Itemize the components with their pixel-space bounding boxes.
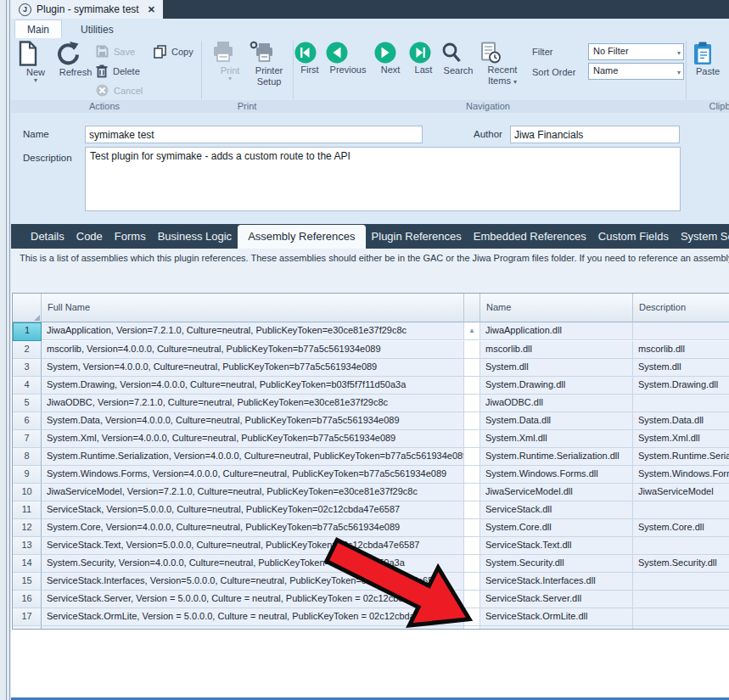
cell-description[interactable]: System.Runtime.Serialization.dll [633,448,729,466]
cell-name[interactable]: System.Drawing.dll [480,377,633,395]
last-button[interactable]: Last [409,42,438,75]
name-input[interactable] [85,126,423,143]
row-number-cell[interactable]: 12 [13,519,42,537]
row-number-cell[interactable]: 9 [13,466,42,484]
cell-name[interactable]: System.dll [480,359,633,377]
row-number-cell[interactable]: 3 [13,359,42,377]
tab-business-logic[interactable]: Business Logic [152,224,238,249]
cell-name[interactable]: System.Security.dll [480,555,633,573]
row-number-cell[interactable]: 18 [13,626,42,630]
cell-full-name[interactable]: JiwaODBC, Version=7.2.1.0, Culture=neutr… [42,395,464,412]
author-input[interactable] [510,126,680,143]
cancel-button[interactable]: Cancel [96,84,143,97]
cell-description[interactable]: System.Windows.Forms.dll [633,466,729,484]
refresh-button[interactable]: Refresh [55,41,96,77]
tab-forms[interactable]: Forms [109,224,152,249]
row-number-cell[interactable]: 6 [13,412,42,430]
cell-name[interactable]: ServiceStack.Server.dll [480,591,633,608]
save-button[interactable]: Save [96,45,135,58]
cell-full-name[interactable]: System.Xml, Version=4.0.0.0, Culture=neu… [42,430,464,448]
tab-details[interactable]: Details [25,224,70,249]
document-tab-plugin[interactable]: J Plugin - symimake test ✕ [11,0,163,19]
row-number-cell[interactable]: 7 [13,430,42,448]
cell-name[interactable]: ServiceStack.OrmLite.dll [480,608,633,626]
cell-full-name[interactable]: ServiceStack, Version=5.0.0.0, Culture=n… [42,501,464,519]
column-header-description[interactable]: Description [633,294,729,322]
cell-name[interactable]: mscorlib.dll [480,341,633,359]
delete-button[interactable]: Delete [96,64,140,78]
cell-description[interactable]: System.Core.dll [633,519,729,537]
row-number-cell[interactable]: 15 [13,573,42,591]
new-button[interactable]: New ▾ [18,41,53,84]
cell-description[interactable] [633,591,729,608]
row-number-cell[interactable]: 13 [13,537,42,555]
row-number-cell[interactable]: 5 [13,395,42,412]
first-button[interactable]: First [294,42,325,75]
assembly-references-grid[interactable]: Full Name Name Description 1 JiwaApplica… [12,293,729,630]
cell-name[interactable]: System.Windows.Forms.dll [480,466,633,484]
cell-full-name[interactable]: ServiceStack.OrmLite, Version = 5.0.0.0,… [42,608,464,626]
sort-order-select[interactable]: Name ▾ [588,63,684,80]
cell-full-name[interactable]: ServiceStack.Server, Version = 5.0.0.0, … [42,591,464,608]
tab-plugin-references[interactable]: Plugin References [366,224,468,249]
column-header-full-name[interactable]: Full Name [42,294,464,322]
cell-description[interactable]: System.Data.dll [633,412,729,430]
row-number-cell[interactable]: 4 [13,377,42,395]
copy-button[interactable]: Copy [154,45,193,59]
previous-button[interactable]: Previous [326,42,370,75]
cell-description[interactable]: System.Security.dll [633,555,729,573]
tab-custom-fields[interactable]: Custom Fields [592,224,675,249]
description-textarea[interactable]: Test plugin for symimake - adds a custom… [85,147,681,211]
cell-full-name[interactable]: ServiceStack.Interfaces, Version=5.0.0.0… [42,573,464,591]
close-icon[interactable]: ✕ [148,4,155,15]
row-number-cell[interactable]: 14 [13,555,42,573]
recent-items-button[interactable]: Recent Items ▾ [480,42,524,86]
row-number-cell[interactable]: 16 [13,591,42,608]
ribbon-tab-utilities[interactable]: Utilities [69,20,126,39]
dropdown-arrow-icon[interactable]: ▾ [18,77,53,84]
cell-name[interactable]: ServiceStack.Interfaces.dll [480,573,633,591]
print-button[interactable]: Print ▾ [212,41,248,82]
cell-description[interactable] [633,626,729,630]
cell-name[interactable]: JiwaServiceModel.dll [480,484,633,501]
tab-embedded-references[interactable]: Embedded References [468,224,592,249]
cell-full-name[interactable]: ServiceStack.Text, Version=5.0.0.0, Cult… [42,537,464,555]
cell-name[interactable]: JiwaODBC.dll [480,395,633,412]
tab-code[interactable]: Code [70,224,109,249]
cell-full-name[interactable]: System.Windows.Forms, Version=4.0.0.0, C… [42,466,464,484]
cell-description[interactable] [633,501,729,519]
cell-full-name[interactable]: System.Runtime.Serialization, Version=4.… [42,448,464,466]
cell-full-name[interactable]: System.Data, Version=4.0.0.0, Culture=ne… [42,412,464,430]
cell-description[interactable]: System.Drawing.dll [633,377,729,395]
row-number-cell[interactable]: 8 [13,448,42,466]
cell-name[interactable]: System.Data.dll [480,412,633,430]
cell-description[interactable]: mscorlib.dll [633,341,729,359]
cell-name[interactable]: System.Xml.dll [480,430,633,448]
column-header-name[interactable]: Name [480,294,633,322]
cell-description[interactable] [633,322,729,340]
cell-description[interactable] [633,608,729,626]
cell-name[interactable]: System.Runtime.Serialization.dll [480,448,633,466]
next-button[interactable]: Next [374,42,407,75]
cell-description[interactable] [633,395,729,412]
cell-full-name[interactable]: System.Security, Version=4.0.0.0, Cultur… [42,555,464,573]
row-number-cell[interactable]: 2 [13,341,42,359]
cell-name[interactable]: ServiceStack.dll [480,501,633,519]
row-number-cell[interactable]: 11 [13,501,42,519]
cell-description[interactable] [633,573,729,591]
cell-name[interactable]: ServiceStack.Text.dll [480,537,633,555]
search-button[interactable]: Search [440,42,477,76]
cell-full-name[interactable]: System.Drawing, Version=4.0.0.0, Culture… [42,377,464,395]
printer-setup-button[interactable]: Printer Setup [249,41,289,87]
row-number-cell[interactable]: 17 [13,608,42,626]
row-number-cell[interactable]: 1 [13,322,42,341]
cell-description[interactable]: System.Xml.dll [633,430,729,448]
cell-name[interactable]: JiwaApplication.dll [480,322,633,340]
cell-full-name[interactable]: System.Core, Version=4.0.0.0, Culture=ne… [42,519,464,537]
cell-description[interactable]: System.dll [633,359,729,377]
tab-system-settings[interactable]: System Settings [675,224,729,249]
cell-full-name[interactable]: JiwaServiceModel, Version=7.2.1.0, Cultu… [42,484,464,501]
cell-name[interactable] [480,626,633,630]
cell-description[interactable] [633,537,729,555]
cell-description[interactable]: JiwaServiceModel [633,484,729,501]
